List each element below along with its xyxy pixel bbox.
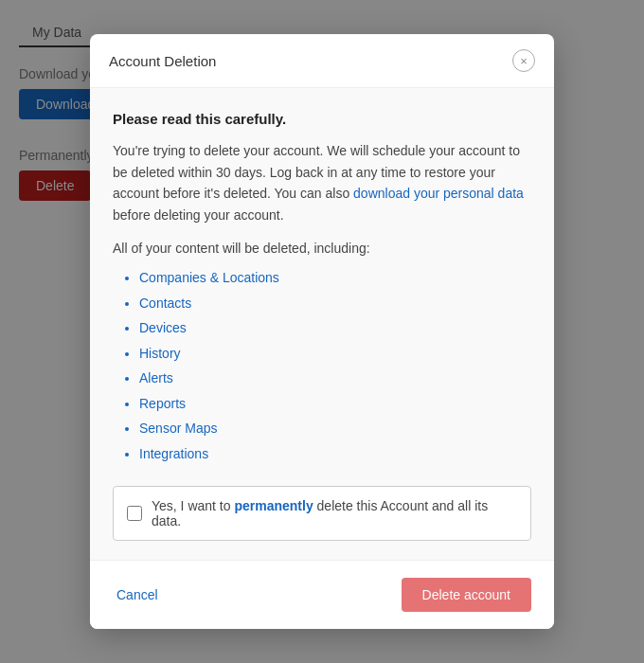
list-item: Alerts: [139, 366, 531, 391]
cancel-button[interactable]: Cancel: [113, 582, 162, 608]
list-item: Companies & Locations: [139, 265, 531, 291]
modal-list-intro: All of your content will be deleted, inc…: [113, 241, 531, 256]
checkbox-text-before: Yes, I want to: [152, 498, 234, 513]
deletion-content-list: Companies & LocationsContactsDevicesHist…: [113, 265, 531, 467]
modal-overlay: Account Deletion × Please read this care…: [0, 0, 644, 663]
modal-footer: Cancel Delete account: [90, 560, 554, 629]
modal-body: Please read this carefully. You're tryin…: [90, 88, 554, 559]
list-item: Sensor Maps: [139, 416, 531, 441]
list-item: Reports: [139, 391, 531, 417]
confirm-delete-label: Yes, I want to permanently delete this A…: [152, 498, 517, 529]
list-item: History: [139, 341, 531, 367]
list-item: Contacts: [139, 291, 531, 316]
confirm-delete-checkbox[interactable]: [127, 506, 142, 521]
list-item: Devices: [139, 315, 531, 341]
modal-header: Account Deletion ×: [90, 34, 554, 88]
modal-heading: Please read this carefully.: [113, 111, 531, 127]
confirm-checkbox-row: Yes, I want to permanently delete this A…: [113, 486, 531, 541]
modal-title: Account Deletion: [109, 53, 216, 69]
modal-description: You're trying to delete your account. We…: [113, 140, 531, 225]
delete-account-button[interactable]: Delete account: [402, 578, 531, 612]
modal-close-button[interactable]: ×: [512, 49, 535, 72]
list-item: Integrations: [139, 441, 531, 467]
checkbox-text-permanently: permanently: [234, 498, 313, 513]
account-deletion-modal: Account Deletion × Please read this care…: [90, 34, 554, 628]
